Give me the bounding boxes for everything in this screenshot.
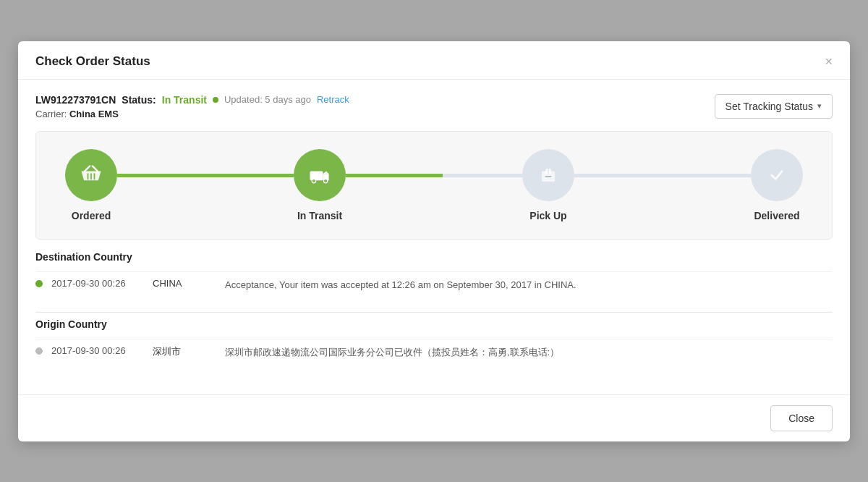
check-icon — [764, 162, 790, 188]
step-circle-transit — [294, 149, 346, 201]
connector-1 — [117, 174, 294, 177]
connector-3 — [574, 174, 751, 177]
modal-body: LW912273791CN Status: In Transit Updated… — [18, 80, 850, 394]
status-row: LW912273791CN Status: In Transit Updated… — [35, 94, 833, 119]
origin-row-0: 2017-09-30 00:26 深圳市 深圳市邮政速递物流公司国际业务分公司已… — [35, 339, 833, 365]
origin-section-title: Origin Country — [35, 318, 833, 330]
step-pickup: Pick Up — [522, 149, 574, 221]
progress-tracker: Ordered — [35, 131, 833, 240]
basket-icon — [78, 162, 104, 188]
svg-point-7 — [312, 179, 315, 182]
svg-line-1 — [93, 166, 98, 171]
set-tracking-label: Set Tracking Status — [726, 101, 813, 112]
step-circle-delivered — [751, 149, 803, 201]
close-button[interactable]: Close — [770, 405, 833, 431]
origin-dot-0 — [35, 347, 43, 355]
section-divider — [35, 312, 833, 313]
step-in-transit: In Transit — [294, 149, 346, 221]
step-ordered: Ordered — [65, 149, 117, 221]
modal-footer: Close — [18, 394, 850, 441]
chevron-down-icon: ▾ — [817, 101, 822, 111]
carrier-name: China EMS — [69, 109, 119, 119]
step-label-transit: In Transit — [297, 210, 342, 221]
destination-dot-0 — [35, 280, 43, 287]
svg-line-0 — [85, 166, 90, 171]
status-line: LW912273791CN Status: In Transit Updated… — [35, 94, 349, 106]
step-circle-ordered — [65, 149, 117, 201]
step-label-ordered: Ordered — [72, 210, 111, 221]
step-label-delivered: Delivered — [754, 210, 799, 221]
updated-text: Updated: 5 days ago — [224, 94, 311, 105]
status-left: LW912273791CN Status: In Transit Updated… — [35, 94, 349, 119]
destination-row-0: 2017-09-30 00:26 CHINA Acceptance, Your … — [35, 271, 833, 298]
step-label-pickup: Pick Up — [529, 210, 566, 221]
destination-section-title: Destination Country — [35, 251, 833, 263]
destination-desc-0: Acceptance, Your item was accepted at 12… — [225, 278, 833, 292]
step-circle-pickup — [522, 149, 574, 201]
status-dot — [213, 97, 218, 103]
truck-icon — [307, 162, 333, 188]
carrier-label: Carrier: — [35, 109, 67, 119]
origin-location-0: 深圳市 — [153, 345, 225, 358]
tracking-id: LW912273791CN — [35, 94, 116, 106]
modal-dialog: Check Order Status × LW912273791CN Statu… — [18, 41, 850, 441]
destination-location-0: CHINA — [153, 278, 225, 289]
modal-title: Check Order Status — [35, 54, 150, 69]
carrier-line: Carrier: China EMS — [35, 109, 349, 119]
modal-header: Check Order Status × — [18, 41, 850, 80]
modal-overlay: Check Order Status × LW912273791CN Statu… — [0, 0, 868, 482]
origin-section: Origin Country 2017-09-30 00:26 深圳市 深圳市邮… — [35, 318, 833, 365]
retrack-link[interactable]: Retrack — [317, 94, 349, 105]
origin-desc-0: 深圳市邮政速递物流公司国际业务分公司已收件（揽投员姓名：高勇,联系电话:） — [225, 345, 833, 360]
close-icon[interactable]: × — [825, 55, 833, 68]
connector-2 — [346, 174, 522, 177]
destination-date-0: 2017-09-30 00:26 — [51, 278, 153, 289]
set-tracking-button[interactable]: Set Tracking Status ▾ — [715, 94, 833, 119]
svg-point-8 — [323, 179, 327, 182]
origin-date-0: 2017-09-30 00:26 — [51, 345, 153, 356]
destination-section: Destination Country 2017-09-30 00:26 CHI… — [35, 251, 833, 298]
status-label-text: Status: — [122, 94, 156, 106]
pickup-icon — [535, 162, 561, 188]
svg-rect-6 — [310, 171, 323, 180]
step-delivered: Delivered — [751, 149, 803, 221]
status-value: In Transit — [162, 94, 207, 106]
